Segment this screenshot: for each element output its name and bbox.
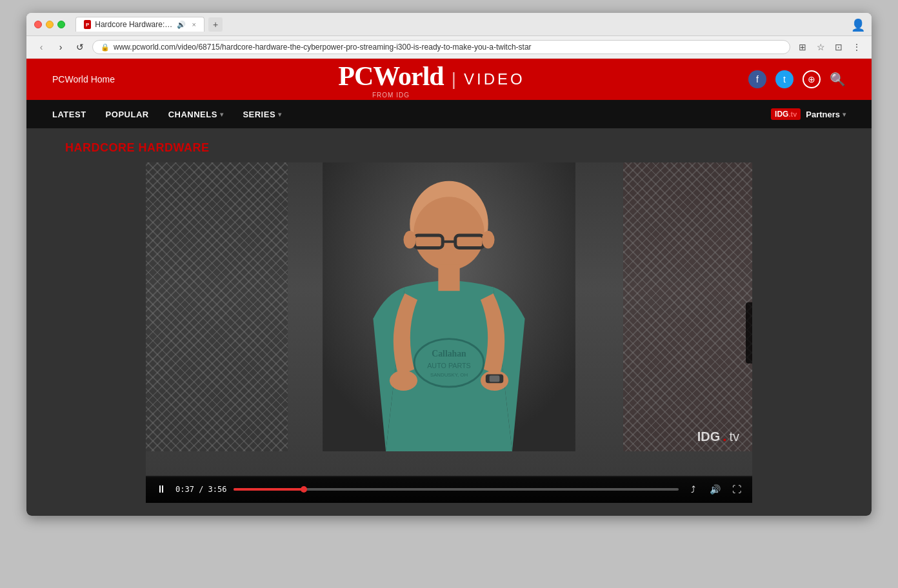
- search-icon[interactable]: 🔍: [830, 72, 846, 87]
- new-tab-button[interactable]: +: [208, 17, 223, 32]
- tab-audio-icon: 🔊: [177, 21, 186, 29]
- nav-right: IDG .tv Partners ▾: [771, 108, 846, 120]
- presenter-figure: Callahan AUTO PARTS SANDUSKY, OH: [320, 162, 578, 451]
- website-content: PCWorld Home PCWorld FROM IDG | VIDEO f …: [26, 59, 872, 516]
- nav-series[interactable]: SERIES ▾: [243, 110, 281, 119]
- facebook-icon[interactable]: f: [748, 70, 766, 88]
- progress-thumb: [301, 486, 307, 493]
- logo-divider: |: [452, 69, 456, 90]
- close-button[interactable]: [34, 21, 42, 28]
- progress-fill: [234, 488, 304, 491]
- main-nav: LATEST POPULAR CHANNELS ▾ SERIES ▾ IDG .…: [26, 100, 872, 128]
- maximize-button[interactable]: [57, 21, 65, 28]
- back-button[interactable]: ‹: [34, 40, 48, 54]
- fence-right: [623, 162, 752, 451]
- person-area: Callahan AUTO PARTS SANDUSKY, OH: [275, 162, 623, 451]
- twitter-icon[interactable]: t: [775, 70, 793, 88]
- share-button[interactable]: ⤴: [685, 482, 701, 497]
- browser-toolbar: ‹ › ↺ 🔒 www.pcworld.com/video/68715/hard…: [26, 36, 872, 59]
- watermark-tv: tv: [729, 429, 739, 444]
- site-header: PCWorld Home PCWorld FROM IDG | VIDEO f …: [26, 59, 872, 100]
- video-section: HARDCORE HARDWARE: [26, 128, 872, 516]
- partners-dropdown-arrow: ▾: [843, 111, 846, 118]
- fence-left: [146, 162, 288, 451]
- traffic-lights: [34, 21, 65, 28]
- tab-favicon: P: [84, 20, 91, 29]
- browser-tabs: P Hardcore Hardware: The Cy 🔊 × +: [75, 17, 846, 32]
- video-label: VIDEO: [464, 70, 525, 88]
- svg-point-7: [482, 231, 495, 248]
- tab-close-button[interactable]: ×: [192, 21, 196, 28]
- channels-dropdown-arrow: ▾: [220, 111, 224, 118]
- svg-point-13: [390, 371, 417, 391]
- idg-dot: .tv: [788, 110, 797, 118]
- coming-next-label: Coming Next: [751, 310, 752, 329]
- profile-icon[interactable]: 👤: [851, 18, 864, 31]
- nav-latest[interactable]: LATEST: [52, 110, 86, 119]
- video-controls: ⏸ 0:37 / 3:56 ⤴: [146, 476, 752, 503]
- progress-bar[interactable]: [234, 488, 679, 491]
- globe-icon[interactable]: ⊕: [803, 70, 821, 88]
- browser-titlebar: P Hardcore Hardware: The Cy 🔊 × + 👤: [26, 13, 872, 36]
- bookmark-button[interactable]: ☆: [813, 40, 828, 54]
- video-player[interactable]: Callahan AUTO PARTS SANDUSKY, OH: [146, 162, 752, 503]
- svg-point-2: [414, 197, 484, 270]
- pcworld-wordmark-group: PCWorld FROM IDG: [338, 61, 443, 99]
- address-bar[interactable]: 🔒 www.pcworld.com/video/68715/hardcore-h…: [92, 40, 790, 54]
- social-icons: f t ⊕ 🔍: [748, 70, 846, 88]
- watermark-idg: IDG: [697, 429, 721, 444]
- partners-link[interactable]: Partners ▾: [806, 110, 846, 119]
- svg-text:Callahan: Callahan: [432, 349, 466, 358]
- refresh-button[interactable]: ↺: [73, 40, 87, 54]
- svg-point-6: [403, 231, 416, 248]
- site-logo: PCWorld FROM IDG | VIDEO: [338, 61, 524, 99]
- video-watermark: IDG . tv: [697, 428, 739, 445]
- home-link[interactable]: PCWorld Home: [52, 74, 115, 84]
- forward-button[interactable]: ›: [54, 40, 68, 54]
- from-idg-text: FROM IDG: [372, 92, 410, 99]
- current-time: 0:37 / 3:56: [175, 485, 227, 494]
- url-text: www.pcworld.com/video/68715/hardcore-har…: [114, 43, 782, 52]
- series-title: HARDCORE HARDWARE: [65, 141, 833, 155]
- idg-text: IDG: [775, 110, 788, 119]
- minimize-button[interactable]: [46, 21, 54, 28]
- active-tab[interactable]: P Hardcore Hardware: The Cy 🔊 ×: [75, 17, 205, 32]
- watermark-dot: .: [723, 428, 726, 445]
- svg-rect-16: [490, 375, 500, 382]
- idg-tv-badge[interactable]: IDG .tv: [771, 108, 801, 120]
- pause-button[interactable]: ⏸: [154, 482, 169, 497]
- nav-channels[interactable]: CHANNELS ▾: [168, 110, 224, 119]
- volume-button[interactable]: 🔊: [707, 482, 723, 497]
- nav-left: LATEST POPULAR CHANNELS ▾ SERIES ▾: [52, 110, 282, 119]
- pcworld-wordmark: PCWorld: [338, 61, 443, 92]
- cast-button[interactable]: ⊡: [832, 40, 846, 54]
- video-content-area: Callahan AUTO PARTS SANDUSKY, OH: [146, 162, 752, 477]
- svg-rect-8: [438, 264, 459, 291]
- fullscreen-button[interactable]: ⛶: [729, 482, 744, 497]
- menu-button[interactable]: ⋮: [850, 40, 864, 54]
- lock-icon: 🔒: [101, 43, 110, 52]
- series-dropdown-arrow: ▾: [278, 111, 282, 118]
- tab-title: Hardcore Hardware: The Cy: [95, 20, 172, 29]
- toolbar-actions: ⊞ ☆ ⊡ ⋮: [795, 40, 864, 54]
- browser-window: P Hardcore Hardware: The Cy 🔊 × + 👤 ‹ › …: [26, 13, 872, 516]
- coming-next-panel[interactable]: Coming Next ▶: [746, 302, 752, 364]
- svg-text:SANDUSKY, OH: SANDUSKY, OH: [430, 372, 468, 378]
- nav-popular[interactable]: POPULAR: [106, 110, 149, 119]
- extensions-button[interactable]: ⊞: [795, 40, 810, 54]
- svg-text:AUTO PARTS: AUTO PARTS: [427, 362, 471, 369]
- video-container: Callahan AUTO PARTS SANDUSKY, OH: [146, 162, 752, 503]
